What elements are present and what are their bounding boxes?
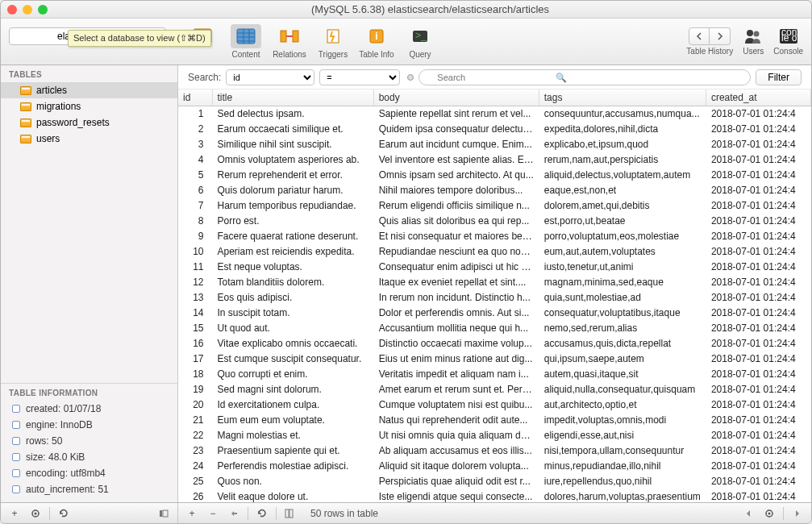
add-row-button[interactable]: + — [183, 506, 201, 521]
column-header-created_at[interactable]: created_at — [706, 89, 810, 106]
database-dropdown[interactable]: elasticsearch — [9, 27, 166, 45]
cell-tags[interactable]: consequatur,voluptatibus,itaque — [539, 306, 706, 321]
cell-tags[interactable]: dolorem,amet,qui,debitis — [539, 198, 706, 214]
search-clear-icon[interactable] — [407, 74, 414, 81]
cell-tags[interactable]: expedita,dolores,nihil,dicta — [539, 122, 706, 137]
cell-tags[interactable]: rerum,nam,aut,perspiciatis — [539, 152, 706, 168]
cell-body[interactable]: Omnis ipsam sed architecto. At qu... — [373, 168, 539, 183]
cell-body[interactable]: Quis alias sit doloribus ea qui rep... — [373, 214, 539, 229]
table-row[interactable]: 14In suscipit totam.Dolor et perferendis… — [178, 306, 811, 321]
cell-title[interactable]: Similique nihil sint suscipit. — [212, 137, 373, 152]
cell-body[interactable]: Distinctio occaecati maxime volup... — [373, 336, 539, 351]
cell-created[interactable]: 2018-07-01 01:24:4 — [706, 168, 810, 183]
sidebar-table-migrations[interactable]: migrations — [1, 98, 177, 114]
table-row[interactable]: 5Rerum reprehenderit et error.Omnis ipsa… — [178, 168, 811, 183]
sidebar-table-password_resets[interactable]: password_resets — [1, 114, 177, 131]
cell-title[interactable]: Sed delectus ipsam. — [212, 106, 373, 123]
cell-created[interactable]: 2018-07-01 01:24:4 — [706, 244, 810, 260]
cell-title[interactable]: Perferendis molestiae adipisci. — [212, 459, 373, 474]
cell-title[interactable]: Totam blanditiis dolorem. — [212, 275, 373, 290]
cell-tags[interactable]: aliquid,nulla,consequatur,quisquam — [539, 382, 706, 397]
table-row[interactable]: 7Harum temporibus repudiandae.Rerum elig… — [178, 198, 811, 214]
cell-id[interactable]: 21 — [178, 413, 212, 428]
tab-query[interactable]: >_ Query — [398, 24, 442, 59]
cell-title[interactable]: In suscipit totam. — [212, 306, 373, 321]
table-row[interactable]: 8Porro est.Quis alias sit doloribus ea q… — [178, 214, 811, 229]
tab-table-info[interactable]: i Table Info — [355, 24, 398, 59]
cell-id[interactable]: 9 — [178, 229, 212, 244]
table-row[interactable]: 16Vitae explicabo omnis occaecati.Distin… — [178, 336, 811, 351]
cell-title[interactable]: Ut quod aut. — [212, 321, 373, 336]
cell-title[interactable]: Sed magni sint dolorum. — [212, 382, 373, 397]
cell-title[interactable]: Est neque voluptas. — [212, 260, 373, 275]
filter-button[interactable]: Filter — [756, 69, 802, 85]
cell-tags[interactable]: explicabo,et,ipsum,quod — [539, 137, 706, 152]
table-row[interactable]: 21Eum eum eum voluptate.Natus qui repreh… — [178, 413, 811, 428]
cell-body[interactable]: Nihil maiores tempore doloribus... — [373, 183, 539, 198]
sidebar-table-users[interactable]: users — [1, 131, 177, 147]
cell-id[interactable]: 18 — [178, 367, 212, 382]
cell-id[interactable]: 4 — [178, 152, 212, 168]
cell-tags[interactable]: consequuntur,accusamus,numqua... — [539, 106, 706, 123]
cell-title[interactable]: Velit eaque dolore ut. — [212, 489, 373, 502]
cell-title[interactable]: Earum occaecati similique et. — [212, 122, 373, 137]
cell-body[interactable]: Perspiciatis quae aliquid odit est r... — [373, 474, 539, 489]
cell-created[interactable]: 2018-07-01 01:24:4 — [706, 397, 810, 413]
tab-structure[interactable]: Structure — [181, 24, 224, 59]
cell-created[interactable]: 2018-07-01 01:24:4 — [706, 367, 810, 382]
users-button[interactable]: Users — [743, 27, 764, 56]
cell-created[interactable]: 2018-07-01 01:24:4 — [706, 198, 810, 214]
cell-id[interactable]: 25 — [178, 474, 212, 489]
table-row[interactable]: 4Omnis voluptatem asperiores ab.Vel inve… — [178, 152, 811, 168]
cell-tags[interactable]: aut,architecto,optio,et — [539, 397, 706, 413]
refresh-rows-button[interactable] — [253, 506, 271, 521]
cell-id[interactable]: 13 — [178, 290, 212, 306]
minimize-window-icon[interactable] — [23, 5, 32, 15]
cell-body[interactable]: Rerum eligendi officiis similique n... — [373, 198, 539, 214]
table-row[interactable]: 2Earum occaecati similique et.Quidem ips… — [178, 122, 811, 137]
cell-created[interactable]: 2018-07-01 01:24:4 — [706, 214, 810, 229]
cell-title[interactable]: Quo corrupti et enim. — [212, 367, 373, 382]
cell-id[interactable]: 11 — [178, 260, 212, 275]
cell-tags[interactable]: porro,voluptatum,eos,molestiae — [539, 229, 706, 244]
table-row[interactable]: 10Aperiam est reiciendis expedita.Repudi… — [178, 244, 811, 260]
table-row[interactable]: 15Ut quod aut.Accusantium mollitia neque… — [178, 321, 811, 336]
table-history-button[interactable]: Table History — [686, 27, 733, 56]
table-row[interactable]: 23Praesentium sapiente qui et.Ab aliquam… — [178, 443, 811, 459]
cell-tags[interactable]: eligendi,esse,aut,nisi — [539, 428, 706, 443]
cell-title[interactable]: Vitae explicabo omnis occaecati. — [212, 336, 373, 351]
table-row[interactable]: 3Similique nihil sint suscipit.Earum aut… — [178, 137, 811, 152]
data-grid[interactable]: idtitlebodytagscreated_at 1Sed delectus … — [178, 89, 811, 502]
cell-tags[interactable]: autem,quasi,itaque,sit — [539, 367, 706, 382]
cell-id[interactable]: 6 — [178, 183, 212, 198]
cell-title[interactable]: Quos non. — [212, 474, 373, 489]
table-row[interactable]: 11Est neque voluptas.Consequatur enim ad… — [178, 260, 811, 275]
cell-id[interactable]: 8 — [178, 214, 212, 229]
cell-created[interactable]: 2018-07-01 01:24:4 — [706, 489, 810, 502]
cell-id[interactable]: 1 — [178, 106, 212, 123]
cell-created[interactable]: 2018-07-01 01:24:4 — [706, 106, 810, 123]
search-operator-dropdown[interactable]: = — [319, 69, 400, 85]
cell-title[interactable]: Eum eum eum voluptate. — [212, 413, 373, 428]
duplicate-row-button[interactable] — [225, 506, 243, 521]
search-input[interactable] — [418, 69, 751, 85]
console-button[interactable]: console off Console — [773, 27, 803, 56]
cell-body[interactable]: Quidem ipsa consequatur delectus... — [373, 122, 539, 137]
cell-created[interactable]: 2018-07-01 01:24:4 — [706, 229, 810, 244]
cell-body[interactable]: Ab aliquam accusamus et eos illis... — [373, 443, 539, 459]
cell-body[interactable]: Consequatur enim adipisci ut hic c... — [373, 260, 539, 275]
cell-body[interactable]: Earum aut incidunt cumque. Enim... — [373, 137, 539, 152]
cell-id[interactable]: 20 — [178, 397, 212, 413]
cell-body[interactable]: In rerum non incidunt. Distinctio h... — [373, 290, 539, 306]
prev-page-button[interactable] — [739, 506, 757, 521]
cell-created[interactable]: 2018-07-01 01:24:4 — [706, 275, 810, 290]
cell-tags[interactable]: nisi,tempora,ullam,consequuntur — [539, 443, 706, 459]
cell-tags[interactable]: impedit,voluptas,omnis,modi — [539, 413, 706, 428]
search-field-dropdown[interactable]: id — [226, 69, 314, 85]
table-row[interactable]: 26Velit eaque dolore ut.Iste eligendi at… — [178, 489, 811, 502]
cell-created[interactable]: 2018-07-01 01:24:4 — [706, 321, 810, 336]
history-back-icon[interactable] — [689, 27, 710, 45]
cell-id[interactable]: 15 — [178, 321, 212, 336]
cell-title[interactable]: Id exercitationem culpa. — [212, 397, 373, 413]
cell-body[interactable]: Ut nisi omnis quia quia aliquam do... — [373, 428, 539, 443]
